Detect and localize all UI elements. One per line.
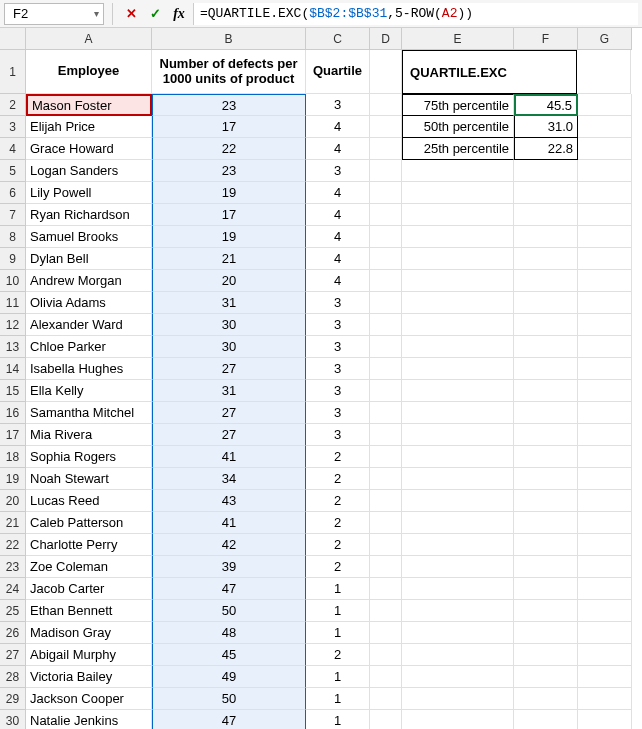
cell-F26[interactable] bbox=[514, 622, 578, 644]
cell-D10[interactable] bbox=[370, 270, 402, 292]
cell-E21[interactable] bbox=[402, 512, 514, 534]
cell-B30[interactable]: 47 bbox=[152, 710, 306, 729]
cell-E18[interactable] bbox=[402, 446, 514, 468]
row-header-3[interactable]: 3 bbox=[0, 116, 26, 138]
cell-D23[interactable] bbox=[370, 556, 402, 578]
cell-F28[interactable] bbox=[514, 666, 578, 688]
cell-C20[interactable]: 2 bbox=[306, 490, 370, 512]
cell-F4[interactable]: 22.8 bbox=[514, 138, 578, 160]
cell-B15[interactable]: 31 bbox=[152, 380, 306, 402]
cell-B11[interactable]: 31 bbox=[152, 292, 306, 314]
cell-G20[interactable] bbox=[578, 490, 632, 512]
cell-D22[interactable] bbox=[370, 534, 402, 556]
cell-C17[interactable]: 3 bbox=[306, 424, 370, 446]
cell-G2[interactable] bbox=[578, 94, 632, 116]
row-header-11[interactable]: 11 bbox=[0, 292, 26, 314]
cell-C24[interactable]: 1 bbox=[306, 578, 370, 600]
cell-B4[interactable]: 22 bbox=[152, 138, 306, 160]
cell-B14[interactable]: 27 bbox=[152, 358, 306, 380]
cell-E22[interactable] bbox=[402, 534, 514, 556]
cell-A17[interactable]: Mia Rivera bbox=[26, 424, 152, 446]
cell-F19[interactable] bbox=[514, 468, 578, 490]
cell-A19[interactable]: Noah Stewart bbox=[26, 468, 152, 490]
select-all-corner[interactable] bbox=[0, 28, 26, 50]
cell-A25[interactable]: Ethan Bennett bbox=[26, 600, 152, 622]
cell-A7[interactable]: Ryan Richardson bbox=[26, 204, 152, 226]
cell-B25[interactable]: 50 bbox=[152, 600, 306, 622]
row-header-4[interactable]: 4 bbox=[0, 138, 26, 160]
cell-F6[interactable] bbox=[514, 182, 578, 204]
cell-G27[interactable] bbox=[578, 644, 632, 666]
cell-E16[interactable] bbox=[402, 402, 514, 424]
cell-F29[interactable] bbox=[514, 688, 578, 710]
cell-F15[interactable] bbox=[514, 380, 578, 402]
cell-D12[interactable] bbox=[370, 314, 402, 336]
cell-C2[interactable]: 3 bbox=[306, 94, 370, 116]
cell-B29[interactable]: 50 bbox=[152, 688, 306, 710]
cell-C10[interactable]: 4 bbox=[306, 270, 370, 292]
cell-C5[interactable]: 3 bbox=[306, 160, 370, 182]
cell-B20[interactable]: 43 bbox=[152, 490, 306, 512]
cell-G18[interactable] bbox=[578, 446, 632, 468]
cell-C30[interactable]: 1 bbox=[306, 710, 370, 729]
cell-D5[interactable] bbox=[370, 160, 402, 182]
cell-F23[interactable] bbox=[514, 556, 578, 578]
row-header-9[interactable]: 9 bbox=[0, 248, 26, 270]
cell-G14[interactable] bbox=[578, 358, 632, 380]
row-header-12[interactable]: 12 bbox=[0, 314, 26, 336]
cell-A4[interactable]: Grace Howard bbox=[26, 138, 152, 160]
cell-A12[interactable]: Alexander Ward bbox=[26, 314, 152, 336]
cell-D3[interactable] bbox=[370, 116, 402, 138]
cell-D25[interactable] bbox=[370, 600, 402, 622]
cell-E2[interactable]: 75th percentile bbox=[402, 94, 514, 116]
chevron-down-icon[interactable]: ▾ bbox=[94, 8, 99, 19]
cell-E14[interactable] bbox=[402, 358, 514, 380]
cell-E9[interactable] bbox=[402, 248, 514, 270]
cell-A11[interactable]: Olivia Adams bbox=[26, 292, 152, 314]
cell-C8[interactable]: 4 bbox=[306, 226, 370, 248]
cell-C22[interactable]: 2 bbox=[306, 534, 370, 556]
cell-G29[interactable] bbox=[578, 688, 632, 710]
cell-G7[interactable] bbox=[578, 204, 632, 226]
row-header-29[interactable]: 29 bbox=[0, 688, 26, 710]
cell-E23[interactable] bbox=[402, 556, 514, 578]
cell-B26[interactable]: 48 bbox=[152, 622, 306, 644]
cell-G13[interactable] bbox=[578, 336, 632, 358]
cell-C19[interactable]: 2 bbox=[306, 468, 370, 490]
cell-A2[interactable]: Mason Foster bbox=[26, 94, 152, 116]
cell-F12[interactable] bbox=[514, 314, 578, 336]
cancel-icon[interactable]: ✕ bbox=[121, 3, 141, 25]
row-header-19[interactable]: 19 bbox=[0, 468, 26, 490]
cell-E24[interactable] bbox=[402, 578, 514, 600]
cell-E10[interactable] bbox=[402, 270, 514, 292]
cell-E30[interactable] bbox=[402, 710, 514, 729]
row-header-13[interactable]: 13 bbox=[0, 336, 26, 358]
cell-G26[interactable] bbox=[578, 622, 632, 644]
cell-C23[interactable]: 2 bbox=[306, 556, 370, 578]
cell-D18[interactable] bbox=[370, 446, 402, 468]
col-header-C[interactable]: C bbox=[306, 28, 370, 50]
cell-F13[interactable] bbox=[514, 336, 578, 358]
row-header-6[interactable]: 6 bbox=[0, 182, 26, 204]
cell-B5[interactable]: 23 bbox=[152, 160, 306, 182]
cell-D1[interactable] bbox=[370, 50, 402, 94]
cell-G16[interactable] bbox=[578, 402, 632, 424]
cell-B7[interactable]: 17 bbox=[152, 204, 306, 226]
cell-A1[interactable]: Employee bbox=[26, 50, 152, 94]
cell-G11[interactable] bbox=[578, 292, 632, 314]
cell-D24[interactable] bbox=[370, 578, 402, 600]
cell-B3[interactable]: 17 bbox=[152, 116, 306, 138]
formula-input[interactable]: =QUARTILE.EXC($B$2:$B$31,5-ROW(A2)) bbox=[193, 3, 638, 25]
fx-icon[interactable]: fx bbox=[169, 3, 189, 25]
cell-D14[interactable] bbox=[370, 358, 402, 380]
cell-A14[interactable]: Isabella Hughes bbox=[26, 358, 152, 380]
row-header-27[interactable]: 27 bbox=[0, 644, 26, 666]
cell-D8[interactable] bbox=[370, 226, 402, 248]
cell-A18[interactable]: Sophia Rogers bbox=[26, 446, 152, 468]
cell-F10[interactable] bbox=[514, 270, 578, 292]
cell-C29[interactable]: 1 bbox=[306, 688, 370, 710]
cell-A20[interactable]: Lucas Reed bbox=[26, 490, 152, 512]
cell-D21[interactable] bbox=[370, 512, 402, 534]
row-header-16[interactable]: 16 bbox=[0, 402, 26, 424]
cell-C15[interactable]: 3 bbox=[306, 380, 370, 402]
